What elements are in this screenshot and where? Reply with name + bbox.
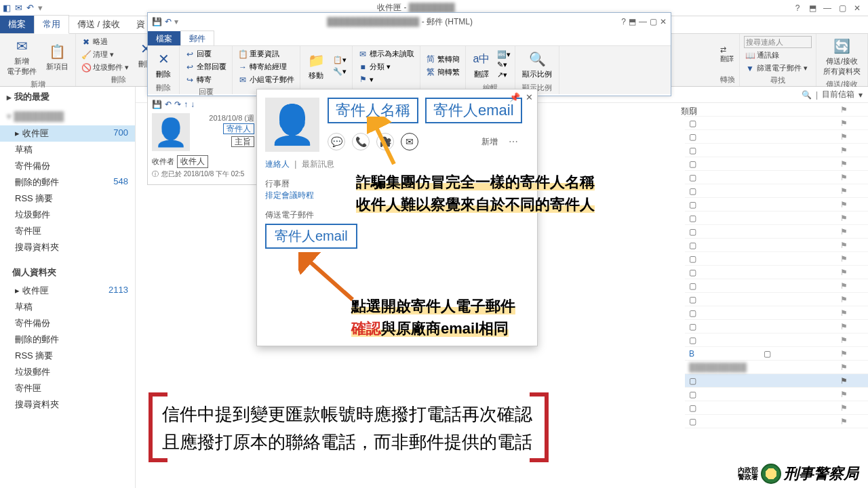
ribbon-toggle-icon[interactable]: ⬒ [806, 3, 819, 13]
save-icon[interactable]: 💾 [152, 17, 162, 26]
nav-folder-item[interactable]: 搜尋資料夾 [0, 239, 135, 256]
forward-button[interactable]: ↪轉寄 [184, 74, 228, 85]
nav-folder-item[interactable]: ▸ 收件匣2113 [0, 283, 135, 299]
nav-folder-item[interactable]: 刪除的郵件 [0, 331, 135, 348]
nav-folder-item[interactable]: 寄件匣 [0, 380, 135, 396]
save-icon[interactable]: 💾 [152, 100, 162, 109]
mail-list-row[interactable]: ▢⚑ [685, 144, 868, 157]
pin-icon[interactable]: 📌 [509, 92, 520, 102]
zoom-button[interactable]: 🔍顯示比例 [519, 49, 555, 81]
undo-icon[interactable]: ↶ [165, 100, 172, 109]
mail-list-row[interactable]: ▢⚑ [685, 157, 868, 171]
mail-list-row[interactable]: ▢⚑ [685, 279, 868, 293]
minimize-icon[interactable]: — [639, 17, 647, 26]
current-mailbox-dropdown[interactable]: 目前信箱 [822, 89, 854, 100]
nav-folder-item[interactable]: RSS 摘要 [0, 190, 135, 207]
minimize-icon[interactable]: — [821, 3, 834, 13]
mail-list-row[interactable]: ▢⚑ [685, 293, 868, 306]
nav-favorites-header[interactable]: ▸ 我的最愛 [0, 87, 135, 107]
contact-tab-recent[interactable]: 最新訊息 [302, 159, 334, 169]
mail-list-row[interactable]: ▢⚑ [685, 211, 868, 225]
sender-email-box-2[interactable]: 寄件人email [265, 224, 357, 249]
ignore-button[interactable]: ✖略過 [80, 36, 130, 47]
nav-folder-item[interactable]: 寄件備份 [0, 315, 135, 331]
nav-folder-item[interactable]: 草稿 [0, 299, 135, 315]
help-icon[interactable]: ? [791, 3, 804, 13]
maximize-icon[interactable]: ▢ [835, 3, 849, 13]
translate-button[interactable]: ⇄翻譯 [720, 45, 734, 64]
filter-email-button[interactable]: ▼篩選電子郵件 ▾ [744, 62, 812, 74]
mail-list-row[interactable]: ▢⚑ [685, 333, 868, 347]
trad-to-simp-button[interactable]: 简繁轉簡 [425, 54, 461, 65]
nav-folder-item[interactable]: 垃圾郵件 [0, 364, 135, 380]
contact-tab-contacts[interactable]: 連絡人 [265, 159, 290, 169]
nav-folder-item[interactable]: 垃圾郵件 [0, 207, 135, 223]
more-icon[interactable]: ⋯ [505, 133, 522, 150]
help-icon[interactable]: ? [621, 17, 626, 26]
close-icon[interactable]: ✕ [660, 17, 667, 26]
mail-list-row[interactable]: ▢⚑ [685, 198, 868, 211]
chat-icon[interactable]: 💬 [328, 133, 345, 150]
mail-list-row[interactable]: ▢⚑ [685, 103, 868, 117]
msg-tab-file[interactable]: 檔案 [148, 31, 180, 47]
mail-list-row[interactable]: ▢⚑ [685, 239, 868, 252]
undo-icon[interactable]: ↶ [165, 17, 172, 26]
tab-file[interactable]: 檔案 [0, 16, 34, 33]
qat-dropdown-icon[interactable]: ▾ [38, 3, 43, 13]
mark-unread-button[interactable]: ✉標示為未讀取 [357, 48, 416, 60]
add-contact-link[interactable]: 新增 [481, 133, 498, 150]
maximize-icon[interactable]: ▢ [650, 17, 657, 26]
reply-button[interactable]: ↩回覆 [184, 48, 228, 60]
mail-list-row[interactable]: ▢⚑ [685, 415, 868, 428]
translate-button[interactable]: a中翻譯 [470, 49, 493, 81]
cleanup-button[interactable]: 🧹清理 ▾ [80, 49, 130, 60]
mail-list-row[interactable]: ▢⚑ [685, 374, 868, 388]
mail-list-row[interactable]: ▢⚑ [685, 320, 868, 333]
reply-all-button[interactable]: ↩全部回覆 [184, 61, 228, 73]
nav-folder-item[interactable]: 搜尋資料夾 [0, 396, 135, 413]
address-book-button[interactable]: 📖通訊錄 [744, 49, 812, 61]
mail-list-row[interactable]: ▢⚑ [685, 401, 868, 415]
nav-personal-header[interactable]: 個人資料夾 [0, 262, 135, 283]
up-icon[interactable]: ↑ [184, 100, 188, 109]
ribbon-toggle-icon[interactable]: ⬒ [629, 17, 636, 26]
mail-list-row[interactable]: ▢⚑ [685, 171, 868, 184]
mail-list-row[interactable]: ▢⚑ [685, 117, 868, 130]
quickstep-team-mail[interactable]: ✉小組電子郵件 [237, 74, 296, 85]
tab-send-receive[interactable]: 傳送 / 接收 [69, 16, 128, 33]
categorize-button[interactable]: ■分類 ▾ [357, 61, 416, 73]
mail-list-row[interactable]: ▢⚑ [685, 225, 868, 239]
send-receive-icon[interactable]: ✉ [15, 3, 22, 13]
down-icon[interactable]: ↓ [191, 100, 195, 109]
nav-folder-item[interactable]: 寄件備份 [0, 158, 135, 174]
nav-folder-item[interactable]: ▸ 收件匣700 [0, 125, 135, 142]
mail-list-row[interactable]: ▢⚑ [685, 306, 868, 320]
close-icon[interactable]: ✕ [850, 3, 864, 13]
mail-list-row[interactable]: ██████████⚑ [685, 361, 868, 374]
nav-folder-item[interactable]: 刪除的郵件548 [0, 174, 135, 190]
junk-button[interactable]: 🚫垃圾郵件 ▾ [80, 62, 130, 73]
quickstep-important[interactable]: 📋重要資訊 [237, 48, 296, 60]
undo-icon[interactable]: ↶ [26, 3, 34, 13]
move-button[interactable]: 📁移動 [304, 50, 328, 82]
contact-search-input[interactable]: 搜尋連絡人 [744, 36, 812, 48]
popup-close-icon[interactable]: ✕ [526, 92, 533, 102]
mail-list-row[interactable]: ▢⚑ [685, 252, 868, 266]
nav-folder-item[interactable]: 寄件匣 [0, 223, 135, 239]
new-item-button[interactable]: 📋新項目 [43, 41, 71, 73]
mail-list-row[interactable]: ▢⚑ [685, 388, 868, 401]
mail-list-row[interactable]: ▢⚑ [685, 266, 868, 279]
mail-list-row[interactable]: ▢⚑ [685, 184, 868, 198]
simp-to-trad-button[interactable]: 繁簡轉繁 [425, 66, 461, 78]
mail-list-row[interactable]: B▢⚑ [685, 347, 868, 361]
mail-list-row[interactable]: ▢⚑ [685, 130, 868, 144]
msg-delete-button[interactable]: ✕刪除 [152, 49, 175, 81]
new-email-button[interactable]: ✉新增 電子郵件 [4, 36, 39, 78]
tab-home[interactable]: 常用 [34, 15, 69, 34]
quickstep-to-manager[interactable]: →轉寄給經理 [237, 61, 296, 73]
nav-folder-item[interactable]: 草稿 [0, 142, 135, 158]
redo-icon[interactable]: ↷ [174, 100, 181, 109]
nav-folder-item[interactable]: RSS 摘要 [0, 348, 135, 364]
search-icon[interactable]: 🔍 [802, 90, 812, 100]
send-receive-all-button[interactable]: 🔄傳送/接收 所有資料夾 [821, 36, 863, 78]
